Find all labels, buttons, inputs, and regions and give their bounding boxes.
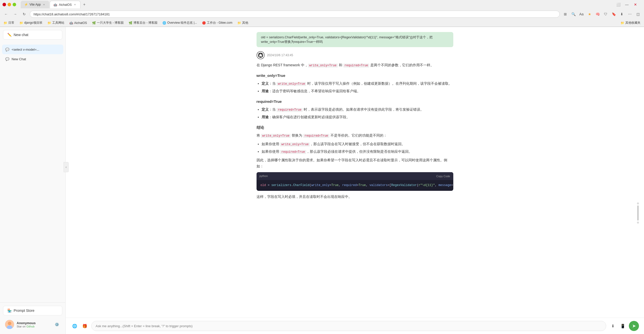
send-button[interactable]: ➤ — [629, 321, 639, 331]
section2-list: 定义：当 required=True 时，表示该字段是必填的。如果在请求中没有提… — [257, 107, 453, 120]
after-code-text: 这样，字段在写入时必填，并且在读取时不会出现在响应中。 — [257, 194, 453, 200]
chat-item-new[interactable]: 💬 New Chat — [2, 54, 63, 64]
sidebar: ✏️ New chat 💬 <select v-model=... ✎ 🗑 💬 … — [0, 27, 66, 334]
user-row[interactable]: Anonymous Star on Github ⚙️ — [3, 318, 62, 331]
translate-icon[interactable]: Aa — [578, 11, 585, 18]
download-icon[interactable]: ⬇ — [609, 322, 617, 330]
openai-logo — [257, 51, 265, 59]
share-icon[interactable]: 📱 — [619, 322, 627, 330]
user-info: Anonymous Star on Github — [17, 321, 51, 328]
ai-timestamp: 2024/10/6 17:43:45 — [267, 53, 293, 57]
more-icon[interactable]: ⋯ — [626, 11, 633, 18]
tab-close-active-button[interactable]: × — [73, 3, 77, 7]
bookmark-label: 日常 — [8, 21, 14, 25]
sidebar-bottom: 🏪 Prompt Store Anonymous Star on Github … — [0, 302, 65, 334]
forward-button[interactable]: → — [12, 11, 19, 18]
gear-button[interactable]: ⚙️ — [53, 321, 60, 328]
new-chat-label: New chat — [14, 33, 28, 37]
bookmark-tools[interactable]: 📁 工具网站 — [46, 20, 65, 25]
chat-item-label: <select v-model=... — [12, 48, 60, 51]
address-input[interactable] — [30, 11, 560, 18]
bookmark-label: 博客后台 - 博客园 — [133, 21, 157, 25]
github-link[interactable]: Github — [26, 325, 35, 328]
svg-point-1 — [8, 322, 11, 325]
section1-list: 定义：当 write_only=True 时，该字段仅用于写入操作（例如，创建或… — [257, 81, 453, 94]
bookmarks-bar: 📁 日常 📁 django项目班 📁 工具网站 🤖 AichatOS 🌿 一只大… — [0, 19, 644, 27]
browser-chrome: ⚡ Vite App × 🤖 AichatOS × + ⬜ — ✕ ← → ↻ … — [0, 0, 644, 27]
bookmark-icon: 📁 — [47, 21, 51, 25]
user-message: old = serializers.CharField(write_only=T… — [257, 32, 453, 47]
scroll-dot2 — [637, 222, 639, 224]
bookmark-icon: 📁 — [4, 21, 7, 25]
brain-icon[interactable]: 🧠 — [594, 11, 601, 18]
bookmark-icon: 📁 — [237, 21, 241, 25]
bookmark-gitee[interactable]: 🔴 工作台 - Gitee.com — [201, 20, 233, 25]
tab-label: Vite App — [30, 3, 41, 6]
scroll-bar — [637, 205, 639, 221]
sidebar-toggle-icon[interactable]: ◫ — [634, 11, 641, 18]
close-icon[interactable]: ✕ — [632, 1, 639, 8]
bookmark-blog1[interactable]: 🌿 一只大学生 - 博客园 — [91, 20, 125, 25]
tab-aichatos[interactable]: 🤖 AichatOS × — [50, 1, 80, 8]
input-left-icons: 🌐 🎁 — [71, 322, 89, 330]
section1-item1: 定义：当 write_only=True 时，该字段仅用于写入操作（例如，创建或… — [262, 81, 453, 87]
tab-vite[interactable]: ⚡ Vite App × — [21, 1, 49, 8]
code-write-only: write_only=True — [308, 64, 338, 68]
maximize-window-button[interactable] — [13, 3, 16, 6]
bookmark-label: 一只大学生 - 博客园 — [97, 21, 124, 25]
bookmark-django[interactable]: 📁 django项目班 — [18, 20, 43, 25]
minimize-window-button[interactable] — [8, 3, 11, 6]
copy-code-button[interactable]: Copy Code — [436, 174, 450, 178]
download-toolbar-icon[interactable]: ⬇ — [618, 11, 625, 18]
bookmark-aichatos[interactable]: 🤖 AichatOS — [68, 21, 88, 25]
chat-bubble-icon: 💬 — [5, 47, 10, 52]
chat-list: 💬 <select v-model=... ✎ 🗑 💬 New Chat — [0, 43, 65, 302]
minimize-icon[interactable]: — — [623, 1, 630, 8]
user-message-wrapper: old = serializers.CharField(write_only=T… — [246, 32, 463, 51]
bookmark-icon: 📁 — [621, 21, 624, 25]
prompt-store-button[interactable]: 🏪 Prompt Store — [3, 306, 62, 315]
bookmark-label: django项目班 — [24, 21, 42, 25]
bookmark-icon: 🤖 — [69, 21, 73, 25]
chat-item-active[interactable]: 💬 <select v-model=... ✎ 🗑 — [2, 45, 63, 54]
svg-point-3 — [257, 51, 264, 59]
collapse-sidebar-button[interactable]: ‹ — [64, 162, 69, 172]
conclusion-text: 将 write_only=True 替换为 required=True 不是等价… — [257, 133, 453, 139]
code-block: python Copy Code old = serializers.CharF… — [257, 172, 453, 191]
screen-icon[interactable]: ⊞ — [562, 11, 569, 18]
response-content: 在 Django REST framework 中，write_only=Tru… — [257, 62, 453, 200]
code-required: required=True — [343, 64, 370, 68]
code-lang: python — [260, 174, 268, 178]
sidebar-top: ✏️ New chat — [0, 27, 65, 43]
restore-icon[interactable]: ⬜ — [615, 1, 622, 8]
bookmark-blog2[interactable]: 🌿 博客后台 - 博客园 — [128, 20, 158, 25]
chat-bubble-icon: 💬 — [5, 57, 10, 61]
new-tab-button[interactable]: + — [81, 1, 88, 8]
bookmark-overview[interactable]: 🌐 Overview 组件总览 |... — [161, 20, 198, 25]
scroll-space — [66, 202, 644, 212]
search-icon[interactable]: 🔍 — [570, 11, 577, 18]
bookmark-icon[interactable]: 🔖 — [610, 11, 617, 18]
bookmark-other[interactable]: 📁 其他 — [236, 20, 249, 25]
bookmark-daily[interactable]: 📁 日常 — [3, 20, 15, 25]
bookmark-icon: 🌐 — [162, 21, 166, 25]
ai-response-header: 2024/10/6 17:43:45 — [257, 51, 453, 59]
tab-close-button[interactable]: × — [42, 3, 46, 6]
tab-label: AichatOS — [59, 3, 72, 7]
response-intro: 在 Django REST framework 中，write_only=Tru… — [257, 62, 453, 68]
section1-item2: 用途：适合于密码等敏感信息，不希望在响应中返回给客户端。 — [262, 88, 453, 94]
shield-icon[interactable]: 🛡 — [602, 11, 609, 18]
new-chat-button[interactable]: ✏️ New chat — [3, 30, 62, 40]
bookmark-other-collection[interactable]: 📁 其他收藏夹 — [620, 20, 641, 25]
ai-avatar — [257, 51, 265, 59]
gift-icon[interactable]: 🎁 — [81, 322, 89, 330]
back-button[interactable]: ← — [3, 11, 10, 18]
toolbar-icons: ⊞ 🔍 Aa ★ 🧠 🛡 🔖 ⬇ ⋯ ◫ — [562, 11, 641, 18]
refresh-button[interactable]: ↻ — [21, 11, 28, 18]
globe-icon[interactable]: 🌐 — [71, 322, 79, 330]
avatar — [5, 320, 14, 329]
close-window-button[interactable] — [3, 3, 6, 6]
chat-input[interactable] — [91, 321, 606, 331]
conclusion-list: 如果你使用 write_only=True，那么该字段会在写入时被接受，但不会在… — [257, 141, 453, 155]
star-icon[interactable]: ★ — [586, 11, 593, 18]
